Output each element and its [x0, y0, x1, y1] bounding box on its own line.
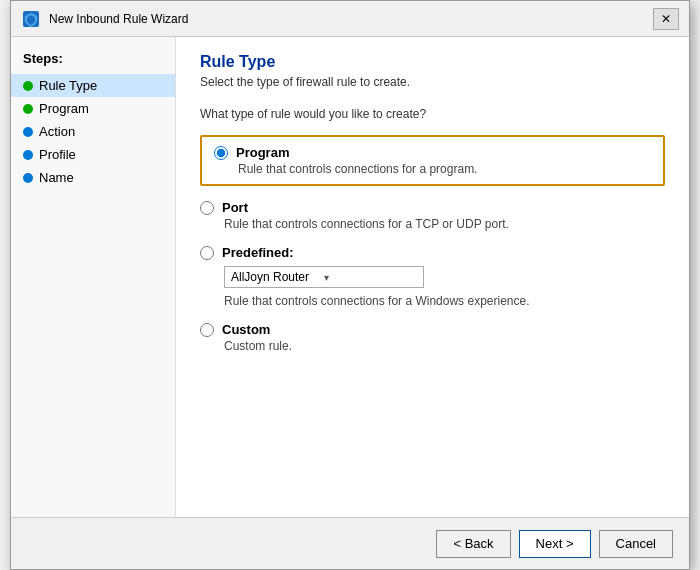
option-custom-label: Custom [222, 322, 270, 337]
sidebar-item-action[interactable]: Action [11, 120, 175, 143]
title-bar: New Inbound Rule Wizard ✕ [11, 1, 689, 37]
sidebar: Steps: Rule Type Program Action Profile … [11, 37, 176, 517]
radio-predefined[interactable] [200, 246, 214, 260]
step-indicator-name [23, 173, 33, 183]
sidebar-label-program: Program [39, 101, 89, 116]
options-list: Program Rule that controls connections f… [200, 135, 665, 353]
sidebar-label-profile: Profile [39, 147, 76, 162]
step-indicator-rule-type [23, 81, 33, 91]
option-program-desc: Rule that controls connections for a pro… [238, 162, 651, 176]
predefined-dropdown-value: AllJoyn Router [231, 270, 324, 284]
option-predefined-label: Predefined: [222, 245, 294, 260]
sidebar-item-rule-type[interactable]: Rule Type [11, 74, 175, 97]
sidebar-item-name[interactable]: Name [11, 166, 175, 189]
main-content: Rule Type Select the type of firewall ru… [176, 37, 689, 517]
radio-port[interactable] [200, 201, 214, 215]
chevron-down-icon: ▾ [324, 272, 417, 283]
page-subtitle: Select the type of firewall rule to crea… [200, 75, 665, 89]
sidebar-header: Steps: [11, 47, 175, 74]
option-program-label: Program [236, 145, 289, 160]
dialog-footer: < Back Next > Cancel [11, 517, 689, 569]
sidebar-item-profile[interactable]: Profile [11, 143, 175, 166]
close-button[interactable]: ✕ [653, 8, 679, 30]
page-title: Rule Type [200, 53, 665, 71]
option-program[interactable]: Program Rule that controls connections f… [200, 135, 665, 186]
window-title: New Inbound Rule Wizard [49, 12, 645, 26]
option-predefined-desc: Rule that controls connections for a Win… [224, 294, 665, 308]
option-port[interactable]: Port Rule that controls connections for … [200, 200, 665, 231]
sidebar-label-rule-type: Rule Type [39, 78, 97, 93]
sidebar-label-name: Name [39, 170, 74, 185]
radio-custom[interactable] [200, 323, 214, 337]
option-port-label: Port [222, 200, 248, 215]
sidebar-label-action: Action [39, 124, 75, 139]
step-indicator-profile [23, 150, 33, 160]
option-port-desc: Rule that controls connections for a TCP… [224, 217, 665, 231]
back-button[interactable]: < Back [436, 530, 510, 558]
dialog-window: New Inbound Rule Wizard ✕ Steps: Rule Ty… [10, 0, 690, 570]
radio-program[interactable] [214, 146, 228, 160]
predefined-dropdown[interactable]: AllJoyn Router ▾ [224, 266, 424, 288]
step-indicator-action [23, 127, 33, 137]
option-predefined[interactable]: Predefined: AllJoyn Router ▾ Rule that c… [200, 245, 665, 308]
step-indicator-program [23, 104, 33, 114]
cancel-button[interactable]: Cancel [599, 530, 673, 558]
dialog-body: Steps: Rule Type Program Action Profile … [11, 37, 689, 517]
question-label: What type of rule would you like to crea… [200, 107, 665, 121]
option-custom-desc: Custom rule. [224, 339, 665, 353]
next-button[interactable]: Next > [519, 530, 591, 558]
sidebar-item-program[interactable]: Program [11, 97, 175, 120]
option-custom[interactable]: Custom Custom rule. [200, 322, 665, 353]
app-icon [21, 9, 41, 29]
